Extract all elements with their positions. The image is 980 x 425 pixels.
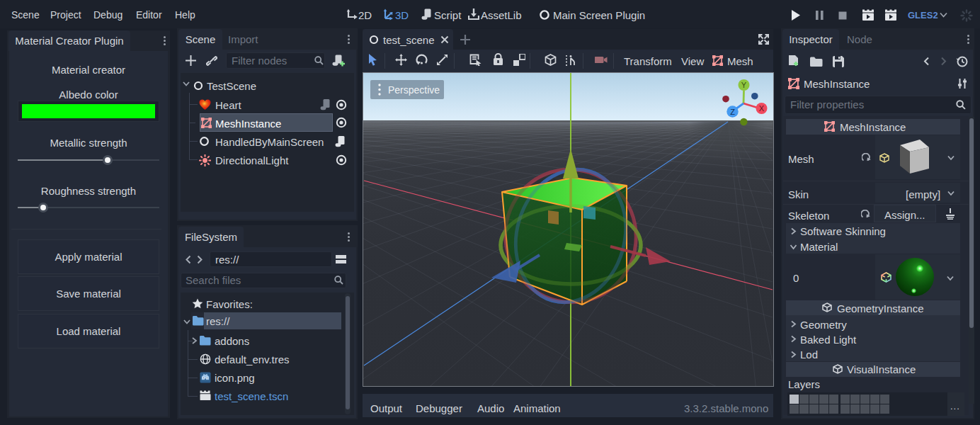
- svg-text:Z: Z: [730, 108, 735, 116]
- svg-text:X: X: [759, 104, 765, 113]
- svg-text:Perspective: Perspective: [388, 84, 440, 96]
- svg-text:Y: Y: [741, 81, 747, 89]
